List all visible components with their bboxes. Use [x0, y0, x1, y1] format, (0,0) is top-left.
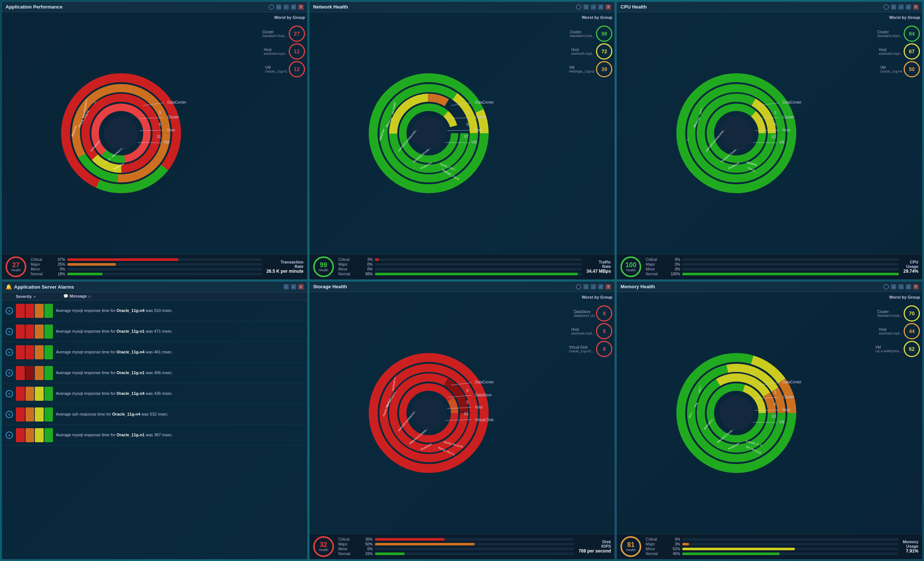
wbg-level-host-net: Host esxhost5.myd... 72 [550, 43, 612, 60]
svg-text:DataCenter: DataCenter [475, 100, 494, 104]
close-icon-cpu[interactable]: × [913, 4, 918, 10]
close-icon[interactable]: × [298, 4, 303, 10]
donut-chart-memory: DataCenter Cluster Host VM 3 6 62 Drat e… [674, 350, 799, 476]
panel-header-memory: Memory Health □ − ⤢ × [617, 281, 922, 292]
svg-text:3: 3 [159, 110, 161, 115]
panel-storage-health: Storage Health □ − ⤢ × [309, 281, 615, 560]
expand-icon-storage[interactable]: ⤢ [598, 284, 603, 289]
stats-bar-cpu: 100 Health Critical 0% Major 0% Minor 0% [617, 254, 922, 280]
wbg-circle-cluster-cpu: 84 [904, 25, 920, 42]
donut-chart-storage: DataCenter DataStore Host Virtual Disk 6… [366, 350, 492, 476]
square-icon[interactable]: □ [276, 4, 281, 10]
svg-text:6: 6 [774, 122, 776, 127]
dashboard: Application Performance □ − ⤢ × [0, 0, 924, 561]
stats-bar-memory: 81 Health Critical 0% Major 3% Minor 52% [617, 534, 922, 559]
svg-text:VM: VM [164, 140, 169, 144]
stats-bar-app-performance: 27 Health Critical 57% Major 25% Minor 0… [2, 254, 307, 280]
panel-controls-network: □ − ⤢ × [576, 4, 611, 10]
wbg-circle-vm-cpu: 50 [904, 61, 920, 77]
minimize-icon-storage[interactable]: − [591, 284, 596, 289]
settings-icon-network[interactable] [576, 4, 581, 10]
wbg-level-host-app: Host esxhost4.myd... 12 [243, 43, 305, 60]
worst-by-group-cpu: Worst by Group Cluster Standard-Clust...… [855, 12, 922, 254]
settings-icon-memory[interactable] [884, 284, 889, 289]
panel-body-network: DataCenter Cluster Host VM 3 6 57 dbserv… [309, 12, 615, 254]
close-icon-alarms[interactable]: × [298, 284, 303, 289]
wbg-level-vm-cpu: VM Oracle_11g-n4 50 [858, 61, 920, 77]
minimize-icon-network[interactable]: − [591, 4, 596, 10]
severity-container-app: Critical 57% Major 25% Minor 0% Normal 1… [31, 257, 262, 276]
close-icon-storage[interactable]: × [606, 284, 611, 289]
alarm-add-icon[interactable]: + [6, 411, 13, 418]
alarm-severity-bars [16, 428, 53, 442]
expand-icon-network[interactable]: ⤢ [598, 4, 603, 10]
alarm-message: Average mysql response time for Oracle_1… [56, 349, 303, 355]
expand-icon-alarms[interactable]: ⤢ [291, 284, 296, 289]
minimize-icon-memory[interactable]: − [898, 284, 904, 289]
alarm-row: + Average mysql response time for Oracle… [2, 363, 307, 383]
expand-icon-memory[interactable]: ⤢ [906, 284, 911, 289]
alarm-add-icon[interactable]: + [6, 328, 13, 335]
square-icon-storage[interactable]: □ [584, 284, 589, 289]
svg-text:VM: VM [471, 140, 477, 144]
alarm-row: + Average ssh response time for Oracle_1… [2, 404, 307, 425]
alarm-add-icon[interactable]: + [6, 431, 13, 439]
wbg-circle-host-net: 72 [596, 43, 612, 60]
wbg-circle-vd-storage: 8 [596, 341, 612, 357]
sort-icon-msg: ◇ [88, 295, 91, 298]
chart-area-cpu: DataCenter Cluster Host VM 3 6 62 dbserv… [617, 12, 855, 254]
minimize-icon[interactable]: − [284, 4, 289, 10]
svg-text:Cluster: Cluster [167, 115, 179, 119]
chart-area-memory: DataCenter Cluster Host VM 3 6 62 Drat e… [617, 292, 855, 534]
settings-icon-storage[interactable] [576, 284, 581, 289]
donut-chart-cpu: DataCenter Cluster Host VM 3 6 62 dbserv… [674, 70, 799, 196]
health-circle-storage: 32 Health [313, 536, 334, 557]
square-icon-memory[interactable]: □ [891, 284, 896, 289]
panel-title-app-performance: Application Performance [6, 4, 63, 10]
svg-point-88 [412, 396, 446, 430]
wbg-circle-host-app: 12 [289, 43, 305, 60]
alarm-message: Average ssh response time for Oracle_11g… [56, 411, 303, 417]
wbg-level-host-cpu: Host esxhost5.myd... 67 [858, 43, 920, 60]
alarm-message: Average mysql response time for Oracle_1… [56, 370, 303, 375]
alarm-add-icon[interactable]: + [6, 349, 13, 356]
alarm-add-icon[interactable]: + [6, 307, 13, 314]
square-icon-alarms[interactable]: □ [284, 284, 289, 289]
worst-by-group-memory: Worst by Group Cluster Standard-Clust...… [855, 292, 922, 534]
wbg-level-vm-app: VM Oracle_11g-n1 12 [243, 61, 305, 77]
wbg-level-ds-storage: DataStore datastore1 (4) 8 [550, 305, 612, 322]
svg-text:Host: Host [783, 128, 790, 132]
panel-controls-cpu: □ − ⤢ × [884, 4, 918, 10]
alarm-add-icon[interactable]: + [6, 369, 13, 377]
panel-controls-storage: □ − ⤢ × [576, 284, 611, 289]
metric-box-app: TransactionRate 26.5 K per minute [267, 260, 303, 274]
panel-body-memory: DataCenter Cluster Host VM 3 6 62 Drat e… [617, 292, 922, 534]
close-icon-memory[interactable]: × [913, 284, 918, 289]
sev-critical-app: Critical 57% [31, 257, 262, 262]
panel-header-network: Network Health □ − ⤢ × [309, 2, 615, 12]
square-icon-cpu[interactable]: □ [891, 4, 896, 10]
minimize-icon-cpu[interactable]: − [898, 4, 904, 10]
settings-icon[interactable] [269, 4, 274, 10]
alarm-severity-bars [16, 407, 53, 422]
wbg-level-cluster-app: Cluster Standard-Clust... 27 [243, 25, 305, 42]
expand-icon[interactable]: ⤢ [291, 4, 296, 10]
panel-cpu-health: CPU Health □ − ⤢ × DataCe [616, 1, 922, 280]
wbg-circle-cluster-app: 27 [289, 25, 305, 42]
sort-icon: ▼ [33, 295, 36, 299]
alarm-add-icon[interactable]: + [6, 390, 13, 398]
settings-icon-cpu[interactable] [884, 4, 889, 10]
alarm-severity-bars [16, 345, 53, 359]
panel-header-alarms: 🔔 Application Server Alarms □ ⤢ × [2, 281, 307, 292]
expand-icon-cpu[interactable]: ⤢ [906, 4, 911, 10]
wbg-level-vm-mem: VM UILA-WIRESHA... 62 [858, 341, 920, 357]
svg-line-42 [447, 130, 471, 131]
severity-container-storage: Critical 35% Major 50% Minor 0% Normal 1… [338, 537, 574, 556]
panel-header-app-performance: Application Performance □ − ⤢ × [2, 2, 307, 12]
svg-point-36 [412, 116, 446, 150]
panel-controls-memory: □ − ⤢ × [884, 284, 918, 289]
alarm-row: + Average mysql response time for Oracle… [2, 301, 307, 321]
close-icon-network[interactable]: × [606, 4, 611, 10]
square-icon-network[interactable]: □ [584, 4, 589, 10]
svg-text:Host: Host [167, 128, 175, 132]
